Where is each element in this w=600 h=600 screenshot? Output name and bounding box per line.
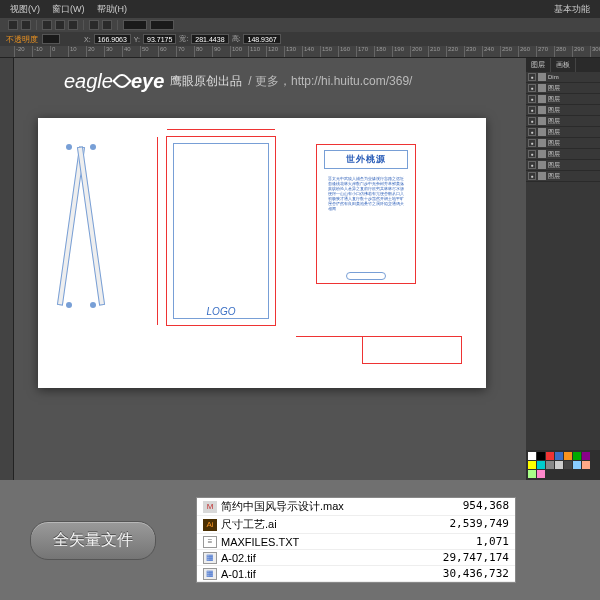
workspace-switcher[interactable]: 基本功能 bbox=[554, 3, 590, 16]
fill-swatch[interactable] bbox=[42, 34, 60, 44]
ruler-tick: 130 bbox=[284, 46, 302, 57]
file-icon: Ai bbox=[203, 519, 217, 531]
layer-name: 图层 bbox=[548, 95, 560, 104]
tool-button[interactable] bbox=[42, 20, 52, 30]
swatch[interactable] bbox=[537, 452, 545, 460]
tool-button[interactable] bbox=[89, 20, 99, 30]
layer-name: 图层 bbox=[548, 172, 560, 181]
scroll-decoration bbox=[346, 272, 386, 280]
h-label: 高: bbox=[232, 34, 241, 44]
file-list: M简约中国风导示设计.max954,368Ai尺寸工艺.ai2,539,749≡… bbox=[196, 497, 516, 583]
file-row[interactable]: ≡MAXFILES.TXT1,071 bbox=[197, 534, 515, 550]
swatch[interactable] bbox=[564, 461, 572, 469]
layer-row[interactable]: ●图层 bbox=[526, 83, 600, 94]
tab-layers[interactable]: 图层 bbox=[526, 58, 551, 72]
visibility-icon[interactable]: ● bbox=[528, 139, 536, 147]
swatch[interactable] bbox=[528, 452, 536, 460]
horizontal-ruler: -20-100102030405060708090100110120130140… bbox=[0, 46, 600, 58]
swatch[interactable] bbox=[573, 461, 581, 469]
swatch[interactable] bbox=[528, 470, 536, 478]
swatch[interactable] bbox=[582, 461, 590, 469]
panel-logo: LOGO bbox=[177, 306, 265, 317]
visibility-icon[interactable]: ● bbox=[528, 172, 536, 180]
ruler-tick: 110 bbox=[248, 46, 266, 57]
tool-button[interactable] bbox=[21, 20, 31, 30]
layer-row[interactable]: ●图层 bbox=[526, 149, 600, 160]
layer-row[interactable]: ●图层 bbox=[526, 138, 600, 149]
signage-side-view bbox=[56, 146, 116, 306]
file-row[interactable]: Ai尺寸工艺.ai2,539,749 bbox=[197, 516, 515, 534]
swatches-panel bbox=[526, 450, 600, 480]
file-name: 简约中国风导示设计.max bbox=[221, 499, 344, 514]
menu-bar: 视图(V) 窗口(W) 帮助(H) 基本功能 bbox=[0, 0, 600, 18]
swatch[interactable] bbox=[573, 452, 581, 460]
visibility-icon[interactable]: ● bbox=[528, 161, 536, 169]
file-row[interactable]: ▦A-02.tif29,747,174 bbox=[197, 550, 515, 566]
ruler-tick: 40 bbox=[122, 46, 140, 57]
visibility-icon[interactable]: ● bbox=[528, 150, 536, 158]
swatch[interactable] bbox=[555, 461, 563, 469]
ruler-tick: 240 bbox=[482, 46, 500, 57]
swatch[interactable] bbox=[546, 461, 554, 469]
ruler-tick: 210 bbox=[428, 46, 446, 57]
ruler-tick: 60 bbox=[158, 46, 176, 57]
file-row[interactable]: ▦A-01.tif30,436,732 bbox=[197, 566, 515, 582]
artboard[interactable]: LOGO 世外桃源 晋太元中武陵人捕鱼为业缘溪行忘路之远近忽逢桃花林夹岸数百步中… bbox=[38, 118, 486, 388]
layer-row[interactable]: ●图层 bbox=[526, 160, 600, 171]
layer-name: 图层 bbox=[548, 139, 560, 148]
swatch[interactable] bbox=[537, 470, 545, 478]
dimension-line bbox=[157, 137, 158, 325]
file-icon: M bbox=[203, 501, 217, 513]
control-bar bbox=[0, 18, 600, 32]
ruler-tick: 50 bbox=[140, 46, 158, 57]
separator bbox=[117, 20, 118, 30]
layer-name: 图层 bbox=[548, 84, 560, 93]
layer-row[interactable]: ●图层 bbox=[526, 105, 600, 116]
visibility-icon[interactable]: ● bbox=[528, 106, 536, 114]
tool-button[interactable] bbox=[68, 20, 78, 30]
file-size: 30,436,732 bbox=[443, 567, 509, 580]
field[interactable] bbox=[123, 20, 147, 30]
h-field[interactable]: 148.9367 bbox=[243, 34, 280, 44]
swatch[interactable] bbox=[564, 452, 572, 460]
layer-row[interactable]: ●图层 bbox=[526, 94, 600, 105]
w-field[interactable]: 281.4438 bbox=[191, 34, 228, 44]
tool-button[interactable] bbox=[102, 20, 112, 30]
ruler-tick: 80 bbox=[194, 46, 212, 57]
swatch[interactable] bbox=[555, 452, 563, 460]
visibility-icon[interactable]: ● bbox=[528, 117, 536, 125]
menu-help[interactable]: 帮助(H) bbox=[97, 3, 128, 16]
swatch[interactable] bbox=[546, 452, 554, 460]
layers-list: ●Dim●图层●图层●图层●图层●图层●图层●图层●图层●图层 bbox=[526, 72, 600, 450]
ruler-tick: 10 bbox=[68, 46, 86, 57]
ruler-tick: 290 bbox=[572, 46, 590, 57]
file-icon: ▦ bbox=[203, 568, 217, 580]
ruler-tick: 200 bbox=[410, 46, 428, 57]
tab-artboards[interactable]: 画板 bbox=[551, 58, 576, 72]
canvas[interactable]: eagleeye 鹰眼原创出品 / 更多，http://hi.huitu.com… bbox=[14, 58, 526, 480]
visibility-icon[interactable]: ● bbox=[528, 128, 536, 136]
swatch[interactable] bbox=[528, 461, 536, 469]
layer-row[interactable]: ●图层 bbox=[526, 116, 600, 127]
panel-body-text: 晋太元中武陵人捕鱼为业缘溪行忘路之远近忽逢桃花林夹岸数百步中无杂树芳草鲜美落英缤… bbox=[328, 176, 404, 266]
tool-button[interactable] bbox=[55, 20, 65, 30]
layer-swatch bbox=[538, 172, 546, 180]
visibility-icon[interactable]: ● bbox=[528, 73, 536, 81]
layer-row[interactable]: ●图层 bbox=[526, 127, 600, 138]
visibility-icon[interactable]: ● bbox=[528, 95, 536, 103]
swatch[interactable] bbox=[537, 461, 545, 469]
vector-badge: 全矢量文件 bbox=[30, 521, 156, 560]
signage-front-view: LOGO bbox=[166, 136, 276, 326]
swatch[interactable] bbox=[582, 452, 590, 460]
file-row[interactable]: M简约中国风导示设计.max954,368 bbox=[197, 498, 515, 516]
visibility-icon[interactable]: ● bbox=[528, 84, 536, 92]
layer-row[interactable]: ●图层 bbox=[526, 171, 600, 182]
menu-view[interactable]: 视图(V) bbox=[10, 3, 40, 16]
x-field[interactable]: 166.9063 bbox=[94, 34, 131, 44]
y-field[interactable]: 93.7175 bbox=[143, 34, 176, 44]
menu-window[interactable]: 窗口(W) bbox=[52, 3, 85, 16]
layer-row[interactable]: ●Dim bbox=[526, 72, 600, 83]
tool-button[interactable] bbox=[8, 20, 18, 30]
field[interactable] bbox=[150, 20, 174, 30]
layer-name: 图层 bbox=[548, 161, 560, 170]
